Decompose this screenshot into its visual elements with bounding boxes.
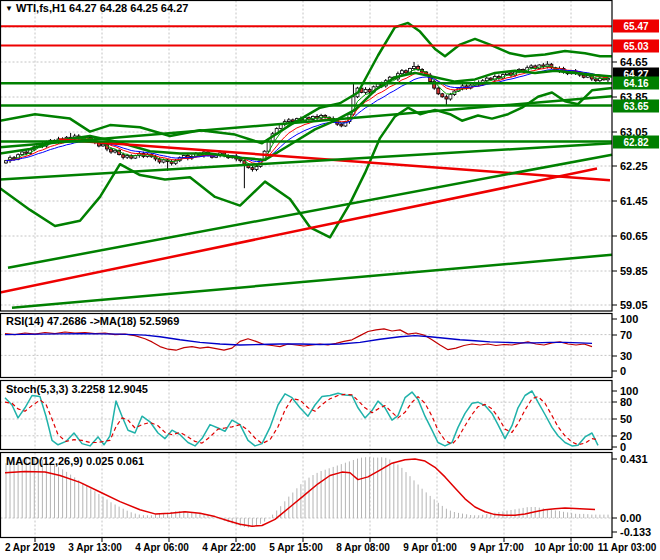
stoch-k-line: [5, 391, 598, 446]
macd-tick-label: 0.431: [620, 453, 648, 465]
plot-area[interactable]: [0, 0, 660, 560]
time-tick-label: 4 Apr 06:00: [135, 542, 189, 553]
time-tick-label: 9 Apr 17:00: [470, 542, 524, 553]
price-tick-label: 62.25: [620, 160, 648, 172]
time-tick-label: 9 Apr 01:00: [403, 542, 457, 553]
trendline-3: [8, 155, 612, 268]
price-badge-65.47: 65.47: [613, 20, 659, 33]
stoch-tick-label: 50: [620, 413, 632, 425]
time-tick-label: 8 Apr 08:00: [336, 542, 390, 553]
symbol-dropdown-icon[interactable]: ▼: [5, 4, 13, 13]
price-badge-63.65: 63.65: [613, 100, 659, 113]
macd-label: MACD(12,26,9) 0.025 0.061: [6, 455, 144, 467]
trendline-1: [0, 169, 597, 293]
stoch-tick-label: 80: [620, 396, 632, 408]
time-tick-label: 10 Apr 10:00: [534, 542, 593, 553]
macd-tick-label: -0.133: [620, 526, 651, 538]
price-tick-label: 64.65: [620, 56, 648, 68]
chart-title: ▼WTI,fs,H1 64.27 64.28 64.25 64.27: [5, 2, 188, 14]
price-badge-64.16: 64.16: [613, 77, 659, 90]
macd-tick-label: 0.00: [620, 512, 641, 524]
rsi-tick-label: 30: [620, 350, 632, 362]
rsi-tick-label: 70: [620, 329, 632, 341]
time-tick-label: 3 Apr 13:00: [68, 542, 122, 553]
rsi-label: RSI(14) 47.2686 ->MA(18) 52.5969: [6, 315, 179, 327]
symbol-title: WTI,fs,H1: [16, 2, 66, 14]
price-tick-label: 61.45: [620, 195, 648, 207]
band-lower-line: [0, 88, 612, 237]
quote-ohlc: 64.27 64.28 64.25 64.27: [69, 2, 188, 14]
stoch-label: Stoch(5,3,3) 3.2258 12.9045: [6, 383, 148, 395]
time-tick-label: 2 Apr 2019: [5, 542, 55, 553]
axis-ticks: [35, 62, 617, 542]
rsi-tick-label: 0: [620, 365, 626, 377]
price-tick-label: 60.65: [620, 230, 648, 242]
trendline-5: [0, 96, 612, 147]
time-tick-label: 4 Apr 22:00: [202, 542, 256, 553]
price-tick-label: 59.85: [620, 265, 648, 277]
time-tick-label: 5 Apr 15:00: [269, 542, 323, 553]
candles-series: [5, 61, 610, 188]
rsi-tick-label: 100: [620, 313, 638, 325]
chart-window: ▼WTI,fs,H1 64.27 64.28 64.25 64.27 RSI(1…: [0, 0, 660, 560]
price-badge-62.82: 62.82: [613, 136, 659, 149]
price-badge-65.03: 65.03: [613, 40, 659, 53]
stoch-tick-label: 0: [620, 441, 626, 453]
price-tick-label: 59.05: [620, 299, 648, 311]
time-tick-label: 11 Apr 03:00: [598, 542, 657, 553]
